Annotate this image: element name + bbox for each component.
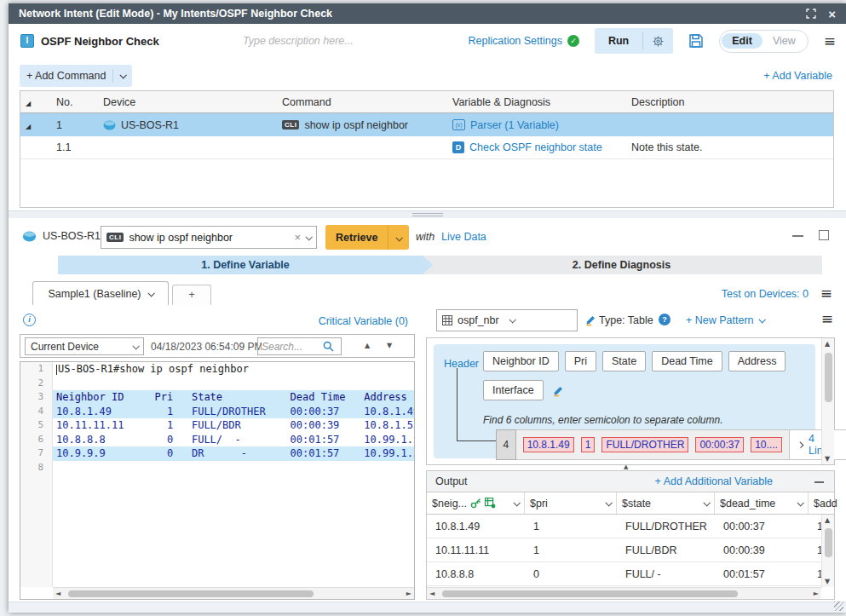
- help-icon[interactable]: ?: [659, 314, 670, 325]
- scroll-down-icon[interactable]: ▼: [825, 455, 830, 463]
- column-chevron-icon[interactable]: [513, 499, 520, 506]
- edit-toggle[interactable]: Edit: [722, 33, 763, 49]
- run-button[interactable]: Run: [595, 35, 642, 47]
- clear-command-icon[interactable]: ×: [294, 231, 301, 244]
- resize-grip[interactable]: [834, 602, 843, 611]
- output-col-state[interactable]: $state: [617, 492, 715, 514]
- scroll-up-icon[interactable]: ▲: [825, 340, 830, 348]
- panel-maximize-icon[interactable]: [819, 230, 829, 240]
- matched-cell[interactable]: FULL/DROTHER: [601, 437, 688, 452]
- save-icon[interactable]: [688, 33, 704, 49]
- output-col-dead-time[interactable]: $dead_time: [715, 492, 809, 514]
- description-input[interactable]: [243, 31, 447, 51]
- header-col-button[interactable]: Neighbor ID: [483, 351, 559, 371]
- editor-horizontal-scrollbar[interactable]: ◄ ►: [53, 587, 414, 599]
- expand-lines-button[interactable]: 4 Lines: [790, 429, 846, 460]
- maximize-icon[interactable]: [806, 9, 816, 19]
- collapse-all-icon[interactable]: ◢: [26, 100, 31, 107]
- cli-output-editor[interactable]: 1 US-BOS-R1#show ip ospf neighbor 2 3 Ne…: [20, 361, 415, 600]
- test-on-devices-link[interactable]: Test on Devices: 0: [722, 288, 809, 300]
- scroll-left-icon[interactable]: ◄: [55, 590, 60, 597]
- scrollbar-thumb[interactable]: [68, 590, 314, 597]
- scroll-down-icon[interactable]: ▼: [825, 578, 830, 585]
- output-row[interactable]: 10.8.8.8 0 FULL/ - 00:01:57 1: [427, 562, 834, 586]
- add-variable-link[interactable]: + Add Variable: [763, 70, 832, 82]
- run-settings-gear-icon[interactable]: [643, 35, 673, 48]
- matched-cell[interactable]: 1: [581, 437, 596, 452]
- device-select[interactable]: Current Device: [25, 337, 144, 355]
- edit-variable-pencil-icon[interactable]: [584, 314, 597, 326]
- new-pattern-button[interactable]: + New Pattern: [686, 314, 764, 326]
- key-icon: [470, 498, 481, 509]
- view-toggle[interactable]: View: [763, 33, 806, 49]
- step-define-variable[interactable]: 1. Define Variable: [58, 256, 433, 274]
- command-dropdown-chevron-icon[interactable]: [305, 233, 312, 240]
- output-row[interactable]: 10.8.1.49 1 FULL/DROTHER 00:00:37 1: [427, 515, 834, 538]
- header-col-button[interactable]: Pri: [565, 351, 596, 371]
- add-command-chevron-icon[interactable]: [120, 72, 127, 78]
- scrollbar-thumb[interactable]: [825, 528, 832, 557]
- command-text: show ip ospf neighbor: [304, 119, 408, 131]
- header-col-button[interactable]: State: [602, 351, 646, 371]
- header-col-button[interactable]: Dead Time: [652, 351, 722, 371]
- diagnosis-link[interactable]: Check OSPF neighbor state: [469, 141, 602, 153]
- retrieve-button[interactable]: Retrieve: [325, 232, 388, 244]
- column-chevron-icon[interactable]: [703, 499, 710, 506]
- panel-minimize-icon[interactable]: [792, 235, 803, 237]
- parser-link[interactable]: Parser (1 Variable): [470, 119, 559, 131]
- step-define-diagnosis[interactable]: 2. Define Diagnosis: [421, 256, 822, 274]
- scroll-right-icon[interactable]: ►: [406, 590, 411, 597]
- output-vertical-scrollbar[interactable]: ▲ ▼: [821, 515, 834, 587]
- table-row-diagnosis[interactable]: 1.1 D Check OSPF neighbor state Note thi…: [20, 136, 833, 159]
- search-input[interactable]: [262, 341, 323, 353]
- matched-cell[interactable]: 10....: [751, 437, 782, 452]
- parser-menu-icon[interactable]: ≡: [821, 310, 833, 327]
- matched-cell[interactable]: 10.8.1.49: [523, 437, 574, 452]
- tabs-menu-icon[interactable]: ≡: [820, 285, 832, 302]
- col-description: Description: [626, 96, 833, 108]
- command-combobox[interactable]: CLI show ip ospf neighbor ×: [101, 226, 317, 249]
- output-col-address[interactable]: $add: [809, 492, 843, 514]
- output-table-header: $neig...: [427, 492, 834, 515]
- scrollbar-thumb[interactable]: [442, 590, 738, 597]
- live-data-link[interactable]: Live Data: [441, 231, 486, 243]
- search-prev-icon[interactable]: ▲: [365, 342, 370, 349]
- column-chevron-icon[interactable]: [797, 499, 803, 506]
- dialog-footer: [9, 602, 846, 613]
- column-chevron-icon[interactable]: [605, 499, 612, 506]
- search-icon[interactable]: [323, 341, 334, 352]
- tab-sample1-baseline[interactable]: Sample1 (Baseline): [32, 281, 169, 305]
- critical-variable-link[interactable]: Critical Variable (0): [319, 315, 408, 327]
- output-horizontal-scrollbar[interactable]: ◄ ►: [427, 587, 821, 599]
- table-row-command[interactable]: ◢ 1 US-BOS-R1 CLI show ip ospf neighbor …: [20, 113, 833, 136]
- header-menu-icon[interactable]: ≡: [824, 32, 836, 49]
- output-minimize-icon[interactable]: [814, 481, 824, 483]
- output-row[interactable]: 10.11.11.11 1 FULL/BDR 00:00:39 1: [427, 538, 834, 562]
- close-icon[interactable]: ×: [828, 8, 836, 20]
- scroll-up-icon[interactable]: ▲: [825, 516, 830, 524]
- header-col-button[interactable]: Address: [728, 351, 786, 371]
- output-collapse-icon[interactable]: ▲: [624, 463, 628, 470]
- retrieve-dropdown-chevron-icon[interactable]: [388, 232, 409, 244]
- pattern-hint: Find 6 columns, enter semicolon to separ…: [483, 414, 722, 426]
- matched-cell[interactable]: 00:00:37: [695, 437, 744, 452]
- tab-chevron-icon[interactable]: [147, 290, 154, 296]
- search-next-icon[interactable]: ▼: [387, 342, 392, 349]
- output-col-neighbor[interactable]: $neig...: [427, 492, 525, 514]
- horizontal-splitter[interactable]: [9, 210, 846, 218]
- info-icon[interactable]: i: [23, 314, 36, 326]
- replication-settings-link[interactable]: Replication Settings ✓: [468, 35, 578, 47]
- scroll-right-icon[interactable]: ►: [814, 590, 819, 597]
- add-sample-tab[interactable]: +: [172, 285, 211, 305]
- edit-columns-pencil-icon[interactable]: [552, 384, 565, 397]
- scrollbar-thumb[interactable]: [825, 353, 832, 402]
- add-command-button[interactable]: + Add Command: [20, 65, 132, 87]
- add-additional-variable-link[interactable]: + Add Additional Variable: [655, 475, 773, 487]
- editor-toolbar: Current Device 04/18/2023 06:54:09 PM ▲ …: [20, 334, 415, 358]
- header-col-button[interactable]: Interface: [483, 380, 544, 400]
- pattern-vertical-scrollbar[interactable]: ▲ ▼: [821, 338, 834, 464]
- variable-select[interactable]: ospf_nbr: [436, 309, 578, 331]
- scroll-left-icon[interactable]: ◄: [429, 590, 435, 597]
- row-expand-icon[interactable]: ◢: [26, 123, 31, 130]
- output-col-pri[interactable]: $pri: [525, 492, 617, 514]
